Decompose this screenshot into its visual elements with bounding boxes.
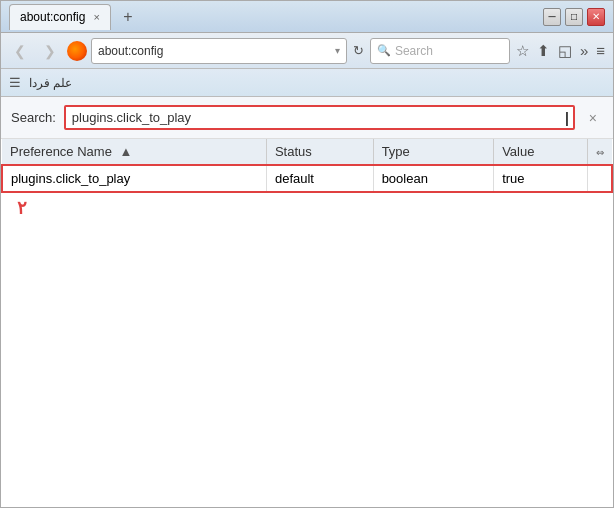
annotation-area: ٢	[1, 193, 613, 223]
bookmarks-icon: ☰	[9, 75, 21, 90]
col-value[interactable]: Value	[494, 139, 588, 165]
table-row[interactable]: plugins.click_to_play default boolean tr…	[2, 165, 612, 192]
col-type-label: Type	[382, 144, 410, 159]
col-type[interactable]: Type	[373, 139, 493, 165]
col-resize: ⇔	[588, 139, 613, 165]
navigation-bar: ❮ ❯ about:config ▾ ↻ 🔍 Search ☆ ⬆ ◱ » ≡	[1, 33, 613, 69]
new-tab-button[interactable]: +	[117, 6, 139, 28]
col-preference-name-label: Preference Name	[10, 144, 112, 159]
close-button[interactable]: ✕	[587, 8, 605, 26]
bookmarks-bar: ☰ علم فردا	[1, 69, 613, 97]
maximize-button[interactable]: □	[565, 8, 583, 26]
address-dropdown-arrow[interactable]: ▾	[335, 45, 340, 56]
tab-label: about:config	[20, 10, 85, 24]
nav-search-bar[interactable]: 🔍 Search	[370, 38, 510, 64]
tab-close-button[interactable]: ×	[93, 11, 99, 23]
cell-status: default	[266, 165, 373, 192]
config-search-row: Search: | ×	[1, 97, 613, 139]
more-tools-button[interactable]: »	[578, 40, 590, 61]
nav-search-icon: 🔍	[377, 44, 391, 57]
col-preference-name[interactable]: Preference Name ▲	[2, 139, 266, 165]
firefox-logo	[67, 41, 87, 61]
minimize-button[interactable]: ─	[543, 8, 561, 26]
content-area: Search: | × Preference Name ▲ Status	[1, 97, 613, 507]
search-clear-button[interactable]: ×	[583, 110, 603, 126]
cell-value: true	[494, 165, 588, 192]
table-header-row: Preference Name ▲ Status Type Value	[2, 139, 612, 165]
cell-preference-name: plugins.click_to_play	[2, 165, 266, 192]
search-cursor: |	[565, 110, 573, 126]
search-input-wrapper[interactable]: |	[64, 105, 575, 130]
nav-toolbar-icons: ☆ ⬆ ◱ » ≡	[514, 40, 607, 62]
col-status-label: Status	[275, 144, 312, 159]
cell-empty	[588, 165, 613, 192]
forward-button[interactable]: ❯	[37, 38, 63, 64]
bookmarks-label: علم فردا	[29, 76, 72, 90]
share-icon[interactable]: ⬆	[535, 40, 552, 62]
config-search-input[interactable]	[66, 107, 565, 128]
refresh-button[interactable]: ↻	[353, 43, 364, 58]
active-tab[interactable]: about:config ×	[9, 4, 111, 30]
address-bar[interactable]: about:config ▾	[91, 38, 347, 64]
menu-button[interactable]: ≡	[594, 40, 607, 61]
config-table: Preference Name ▲ Status Type Value	[1, 139, 613, 507]
address-text: about:config	[98, 44, 331, 58]
back-button[interactable]: ❮	[7, 38, 33, 64]
nav-search-placeholder: Search	[395, 44, 433, 58]
annotation-number-2: ٢	[9, 193, 35, 223]
window-controls: ─ □ ✕	[543, 8, 605, 26]
preferences-table: Preference Name ▲ Status Type Value	[1, 139, 613, 193]
col-resize-icon: ⇔	[596, 147, 604, 158]
col-value-label: Value	[502, 144, 534, 159]
sort-arrow-icon: ▲	[120, 144, 133, 159]
bookmarks-star-icon[interactable]: ☆	[514, 40, 531, 62]
search-label: Search:	[11, 110, 56, 125]
cell-type: boolean	[373, 165, 493, 192]
col-status[interactable]: Status	[266, 139, 373, 165]
title-bar: about:config × + ─ □ ✕	[1, 1, 613, 33]
pocket-icon[interactable]: ◱	[556, 40, 574, 62]
title-bar-left: about:config × +	[9, 4, 139, 30]
browser-window: about:config × + ─ □ ✕ ❮ ❯ about:config …	[0, 0, 614, 508]
